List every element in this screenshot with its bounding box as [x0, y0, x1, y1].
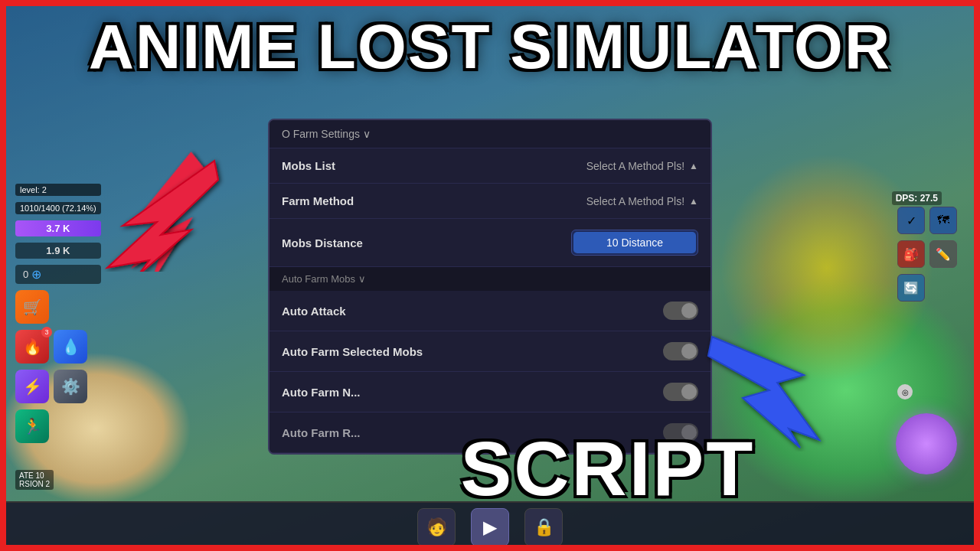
- auto-farm-selected-toggle[interactable]: [663, 342, 698, 360]
- game-buttons-row4: 🏃: [15, 409, 101, 443]
- mobs-list-row[interactable]: Mobs List Select A Method Pls! ▲: [270, 148, 710, 184]
- mobs-list-chevron-icon: ▲: [689, 161, 698, 171]
- auto-attack-toggle-thumb: [681, 303, 697, 318]
- fire-button[interactable]: 🔥 3: [15, 330, 49, 364]
- auto-farm-selected-row: Auto Farm Selected Mobs: [270, 331, 710, 372]
- water-button[interactable]: 💧: [54, 330, 87, 364]
- dps-display: DPS: 27.5: [892, 191, 942, 205]
- game-buttons-row2: 🔥 3 💧: [15, 330, 101, 364]
- auto-farm-r-toggle-thumb: [681, 425, 697, 440]
- auto-farm-n-toggle-container: [663, 383, 698, 401]
- farm-method-chevron-icon: ▲: [689, 196, 698, 207]
- special-button[interactable]: ⚡: [15, 370, 49, 403]
- mushroom-decoration: [896, 413, 957, 474]
- stat3: 0 ⊕: [15, 265, 101, 284]
- auto-attack-toggle-container: [663, 302, 698, 320]
- main-panel: O Farm Settings ∨ Mobs List Select A Met…: [268, 119, 712, 455]
- farm-method-value: Select A Method Pls! ▲: [586, 195, 698, 207]
- version-line2: RSION 2: [19, 480, 50, 488]
- auto-farm-section-header[interactable]: Auto Farm Mobs ∨: [270, 267, 710, 291]
- farm-method-row[interactable]: Farm Method Select A Method Pls! ▲: [270, 184, 710, 219]
- mobs-list-label: Mobs List: [282, 159, 335, 172]
- toolbar-character-btn[interactable]: 🧑: [417, 508, 456, 546]
- left-ui: level: 2 1010/1400 (72.14%) 3.7 K 1.9 K …: [15, 184, 101, 443]
- auto-farm-r-row: Auto Farm R...: [270, 412, 710, 453]
- game-buttons-row3: ⚡ ⚙️: [15, 370, 101, 403]
- level-label: level: 2: [15, 184, 101, 196]
- auto-attack-row: Auto Attack: [270, 291, 710, 331]
- inventory-icon[interactable]: 🎒: [897, 240, 925, 268]
- panel-header[interactable]: O Farm Settings ∨: [270, 120, 710, 148]
- auto-attack-label: Auto Attack: [282, 305, 346, 318]
- refresh-icon[interactable]: 🔄: [897, 274, 925, 302]
- hp-bar: 1010/1400 (72.14%): [15, 202, 101, 214]
- distance-input[interactable]: [573, 232, 696, 253]
- mobs-list-value: Select A Method Pls! ▲: [586, 160, 698, 172]
- quest-icon[interactable]: ✓: [897, 207, 925, 234]
- shop-button[interactable]: 🛒: [15, 290, 49, 324]
- mini-icon: ◎: [897, 384, 913, 399]
- auto-farm-n-toggle[interactable]: [663, 383, 698, 401]
- auto-farm-r-toggle[interactable]: [663, 423, 698, 442]
- auto-farm-selected-label: Auto Farm Selected Mobs: [282, 345, 423, 358]
- auto-farm-n-toggle-thumb: [681, 384, 697, 399]
- toolbar-play-btn[interactable]: ▶: [471, 508, 509, 546]
- mobs-distance-label: Mobs Distance: [282, 236, 363, 249]
- bottom-toolbar: 🧑 ▶ 🔒: [0, 501, 980, 551]
- stat1: 3.7 K: [15, 220, 101, 236]
- panel-header-text: O Farm Settings ∨: [282, 128, 371, 140]
- toolbar-lock-btn[interactable]: 🔒: [524, 508, 563, 546]
- right-icons: ✓ 🗺 🎒 ✏️ 🔄 ◎: [897, 207, 957, 399]
- auto-farm-n-label: Auto Farm N...: [282, 386, 361, 399]
- settings-button[interactable]: ⚙️: [54, 370, 87, 403]
- farm-method-label: Farm Method: [282, 194, 354, 207]
- distance-input-wrapper: [571, 230, 698, 256]
- auto-farm-selected-toggle-thumb: [681, 344, 697, 359]
- auto-attack-toggle[interactable]: [663, 302, 698, 320]
- map-icon[interactable]: 🗺: [929, 207, 957, 234]
- game-buttons: 🛒: [15, 290, 101, 324]
- auto-farm-r-toggle-container: [663, 423, 698, 442]
- auto-farm-section-label: Auto Farm Mobs ∨: [282, 273, 366, 285]
- stat2: 1.9 K: [15, 243, 101, 259]
- version-line1: ATE 10: [19, 471, 50, 480]
- auto-farm-n-row: Auto Farm N...: [270, 372, 710, 412]
- mobs-distance-row: Mobs Distance: [270, 219, 710, 267]
- auto-farm-selected-toggle-container: [663, 342, 698, 360]
- edit-icon[interactable]: ✏️: [929, 240, 957, 268]
- auto-farm-r-label: Auto Farm R...: [282, 426, 361, 439]
- version-info: ATE 10 RSION 2: [15, 470, 54, 490]
- move-button[interactable]: 🏃: [15, 409, 49, 443]
